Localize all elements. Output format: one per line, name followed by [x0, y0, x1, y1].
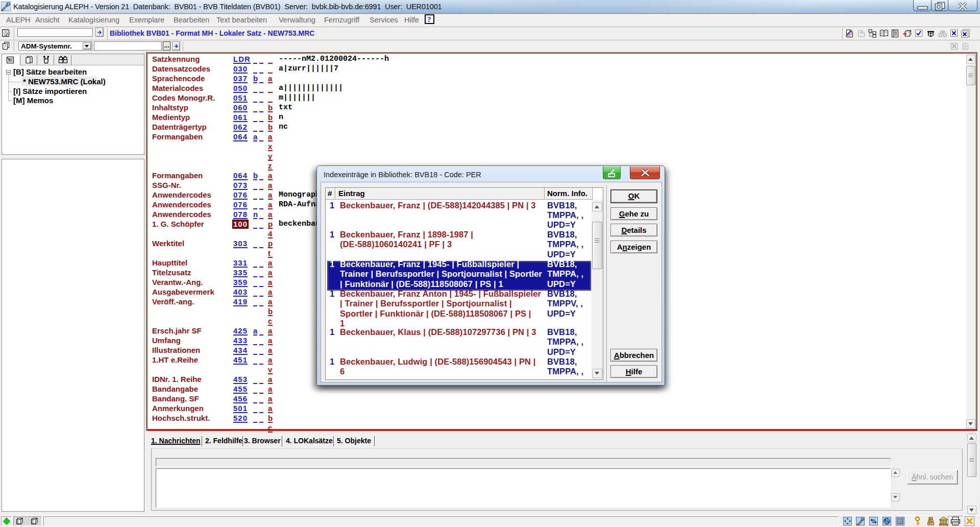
- svg-text:?: ?: [427, 15, 431, 23]
